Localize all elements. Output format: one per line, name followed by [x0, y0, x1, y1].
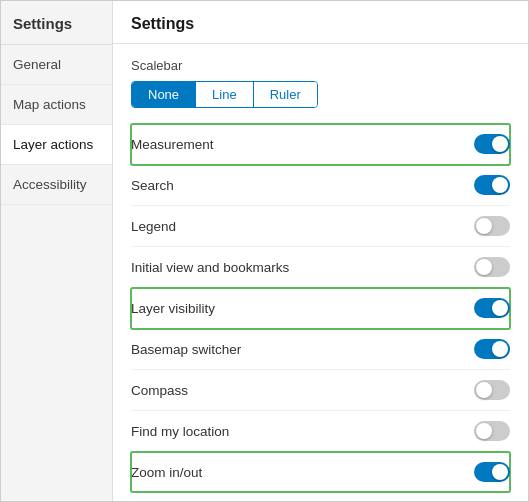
toggle-label-measurement: Measurement [131, 137, 214, 152]
scalebar-option-line[interactable]: Line [196, 82, 254, 107]
main-title: Settings [113, 1, 528, 44]
toggle-switch-find-my-location[interactable] [474, 421, 510, 441]
sidebar-item-general[interactable]: General [1, 45, 112, 85]
toggle-row-initial-view: Initial view and bookmarks [131, 247, 510, 288]
toggle-knob-zoom-in-out [492, 464, 508, 480]
sidebar: Settings GeneralMap actionsLayer actions… [1, 1, 113, 501]
toggle-label-zoom-in-out: Zoom in/out [131, 465, 202, 480]
toggle-row-measurement: Measurement [131, 124, 510, 165]
toggle-rows: MeasurementSearchLegendInitial view and … [131, 124, 510, 492]
toggle-label-initial-view: Initial view and bookmarks [131, 260, 289, 275]
toggle-row-zoom-in-out: Zoom in/out [131, 452, 510, 492]
toggle-row-legend: Legend [131, 206, 510, 247]
scalebar-option-none[interactable]: None [132, 82, 196, 107]
sidebar-item-layer-actions[interactable]: Layer actions [1, 125, 112, 165]
toggle-label-layer-visibility: Layer visibility [131, 301, 215, 316]
toggle-switch-search[interactable] [474, 175, 510, 195]
scalebar-button-group: NoneLineRuler [131, 81, 318, 108]
toggle-row-search: Search [131, 165, 510, 206]
toggle-switch-compass[interactable] [474, 380, 510, 400]
toggle-knob-legend [476, 218, 492, 234]
sidebar-nav: GeneralMap actionsLayer actionsAccessibi… [1, 45, 112, 205]
toggle-switch-legend[interactable] [474, 216, 510, 236]
toggle-label-find-my-location: Find my location [131, 424, 229, 439]
sidebar-item-map-actions[interactable]: Map actions [1, 85, 112, 125]
toggle-knob-measurement [492, 136, 508, 152]
toggle-knob-compass [476, 382, 492, 398]
main-content: Settings Scalebar NoneLineRuler Measurem… [113, 1, 528, 501]
scalebar-option-ruler[interactable]: Ruler [254, 82, 317, 107]
sidebar-item-accessibility[interactable]: Accessibility [1, 165, 112, 205]
toggle-label-basemap-switcher: Basemap switcher [131, 342, 241, 357]
sidebar-title: Settings [1, 1, 112, 45]
toggle-switch-layer-visibility[interactable] [474, 298, 510, 318]
toggle-label-search: Search [131, 178, 174, 193]
toggle-knob-find-my-location [476, 423, 492, 439]
toggle-row-basemap-switcher: Basemap switcher [131, 329, 510, 370]
toggle-switch-initial-view[interactable] [474, 257, 510, 277]
toggle-knob-search [492, 177, 508, 193]
toggle-knob-basemap-switcher [492, 341, 508, 357]
toggle-row-compass: Compass [131, 370, 510, 411]
toggle-row-layer-visibility: Layer visibility [131, 288, 510, 329]
settings-content: Scalebar NoneLineRuler MeasurementSearch… [113, 44, 528, 501]
toggle-row-find-my-location: Find my location [131, 411, 510, 452]
toggle-switch-zoom-in-out[interactable] [474, 462, 510, 482]
scalebar-label: Scalebar [131, 58, 510, 73]
toggle-knob-layer-visibility [492, 300, 508, 316]
toggle-knob-initial-view [476, 259, 492, 275]
toggle-switch-basemap-switcher[interactable] [474, 339, 510, 359]
toggle-label-legend: Legend [131, 219, 176, 234]
toggle-label-compass: Compass [131, 383, 188, 398]
toggle-switch-measurement[interactable] [474, 134, 510, 154]
